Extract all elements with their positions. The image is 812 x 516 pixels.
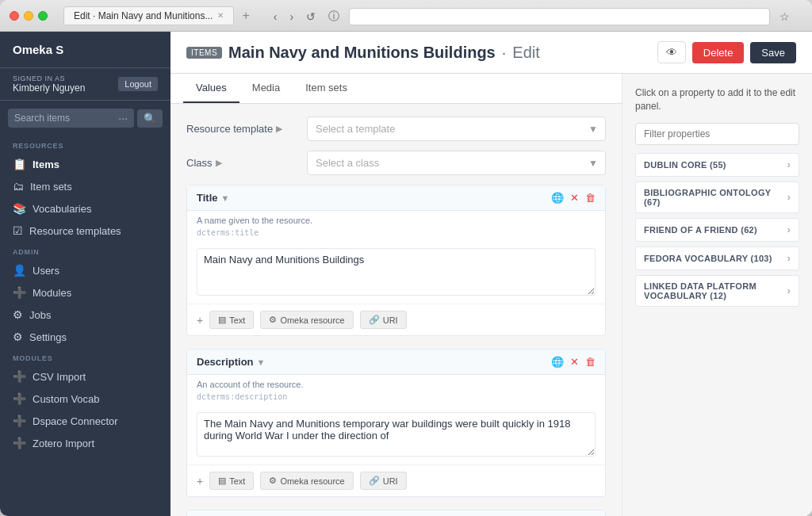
signed-in-section: SIGNED IN AS Kimberly Nguyen Logout	[0, 68, 170, 101]
csv-icon: ➕	[13, 370, 26, 383]
minimize-button[interactable]	[24, 11, 33, 21]
refresh-button[interactable]: ↺	[303, 9, 319, 25]
description-textarea[interactable]	[197, 412, 596, 457]
description-property-name: Description ▼	[197, 356, 265, 368]
sidebar-item-items[interactable]: 📋 Items	[0, 153, 170, 175]
edit-panel: Values Media Item sets Resource template…	[170, 74, 622, 516]
page-title: Main Navy and Munitions Buildings	[228, 44, 496, 62]
title-add-plus-icon[interactable]: +	[197, 314, 203, 327]
back-button[interactable]: ‹	[270, 9, 281, 25]
ontology-expand-icon: ›	[787, 253, 791, 264]
tab-item-sets[interactable]: Item sets	[293, 74, 360, 103]
save-button[interactable]: Save	[750, 42, 796, 63]
sidebar-item-settings[interactable]: ⚙ Settings	[0, 326, 170, 348]
resource-template-row: Resource template ▶ Select a template ▼	[186, 117, 606, 141]
tab-close-icon[interactable]: ✕	[217, 11, 224, 20]
close-button[interactable]	[10, 11, 19, 21]
resource-template-label: Resource template ▶	[186, 123, 297, 135]
ontology-item[interactable]: DUBLIN CORE (55)›	[635, 153, 799, 177]
new-tab-button[interactable]: +	[237, 9, 254, 23]
ontology-list: DUBLIN CORE (55)›BIBLIOGRAPHIC ONTOLOGY …	[635, 153, 799, 307]
ontology-label: DUBLIN CORE (55)	[644, 160, 726, 170]
ontology-item[interactable]: LINKED DATA PLATFORM VOCABULARY (12)›	[635, 275, 799, 307]
description-add-omeka-button[interactable]: ⚙ Omeka resource	[260, 472, 353, 490]
title-add-text-button[interactable]: ▤ Text	[209, 311, 254, 329]
description-remove-icon[interactable]: ✕	[570, 356, 579, 368]
sidebar-zotero-label: Zotero Import	[33, 438, 94, 449]
title-textarea[interactable]	[197, 248, 596, 296]
ontology-item[interactable]: FRIEND OF A FRIEND (62)›	[635, 218, 799, 242]
items-icon: 📋	[13, 158, 26, 170]
class-select-wrap: Select a class ▼	[307, 151, 606, 175]
description-input-area	[187, 407, 605, 464]
title-property-header: Title ▼ 🌐 ✕ 🗑	[187, 185, 605, 211]
sidebar-item-resource-templates[interactable]: ☑ Resource templates	[0, 220, 170, 242]
right-panel-hint: Click on a property to add it to the edi…	[635, 86, 799, 113]
sidebar-item-modules[interactable]: ➕ Modules	[0, 281, 170, 304]
delete-button[interactable]: Delete	[692, 42, 745, 63]
browser-tab[interactable]: Edit · Main Navy and Munitions... ✕	[63, 6, 234, 25]
search-button[interactable]: 🔍	[137, 109, 163, 128]
description-add-uri-button[interactable]: 🔗 URI	[360, 472, 407, 490]
description-add-text-button[interactable]: ▤ Text	[209, 472, 254, 490]
maximize-button[interactable]	[38, 11, 48, 21]
forward-button[interactable]: ›	[286, 9, 297, 25]
resources-section-label: RESOURCES	[0, 136, 170, 153]
sidebar-item-dspace[interactable]: ➕ Dspace Connector	[0, 410, 170, 432]
main-content: ITEMS Main Navy and Munitions Buildings …	[170, 32, 812, 516]
class-select[interactable]: Select a class	[307, 151, 606, 175]
description-input-row	[197, 412, 596, 457]
ontology-item[interactable]: FEDORA VOCABULARY (103)›	[635, 247, 799, 270]
description-delete-icon[interactable]: 🗑	[585, 356, 596, 368]
address-bar[interactable]	[349, 8, 770, 25]
info-button[interactable]: ⓘ	[325, 8, 343, 25]
sidebar-item-vocabularies[interactable]: 📚 Vocabularies	[0, 197, 170, 220]
sidebar-item-sets-label: Item sets	[30, 181, 72, 193]
title-property-description: A name given to the resource.	[187, 211, 605, 228]
resource-template-select-wrap: Select a template ▼	[307, 117, 606, 141]
title-delete-icon[interactable]: 🗑	[585, 192, 596, 204]
search-input-wrap: ···	[8, 109, 134, 128]
ontology-item[interactable]: BIBLIOGRAPHIC ONTOLOGY (67)›	[635, 182, 799, 213]
tab-values[interactable]: Values	[183, 74, 239, 103]
content-body: Values Media Item sets Resource template…	[170, 74, 812, 516]
sidebar-item-jobs[interactable]: ⚙ Jobs	[0, 304, 170, 326]
title-remove-icon[interactable]: ✕	[570, 192, 579, 204]
title-add-uri-button[interactable]: 🔗 URI	[360, 311, 407, 329]
sidebar-settings-label: Settings	[29, 331, 67, 343]
bookmark-button[interactable]: ☆	[776, 9, 793, 25]
tab-media[interactable]: Media	[239, 74, 293, 103]
filter-properties-input[interactable]	[635, 123, 799, 145]
title-uri-icon: 🔗	[369, 315, 380, 325]
sidebar-item-item-sets[interactable]: 🗂 Item sets	[0, 175, 170, 197]
title-property-section: Title ▼ 🌐 ✕ 🗑 A name given to the resour…	[186, 185, 606, 336]
resource-template-select[interactable]: Select a template	[307, 117, 606, 141]
settings-icon: ⚙	[13, 331, 23, 343]
description-add-plus-icon[interactable]: +	[197, 475, 203, 487]
ontology-expand-icon: ›	[787, 224, 791, 235]
title-lang-icon[interactable]: 🌐	[551, 192, 564, 204]
sidebar-csv-label: CSV Import	[33, 371, 86, 383]
description-lang-icon[interactable]: 🌐	[551, 356, 564, 368]
title-add-omeka-button[interactable]: ⚙ Omeka resource	[260, 311, 353, 329]
sidebar-jobs-label: Jobs	[29, 309, 51, 321]
sidebar-item-csv-import[interactable]: ➕ CSV Import	[0, 365, 170, 388]
separator: ·	[502, 44, 507, 62]
sidebar-item-custom-vocab[interactable]: ➕ Custom Vocab	[0, 388, 170, 410]
sidebar-item-zotero[interactable]: ➕ Zotero Import	[0, 432, 170, 454]
search-options-icon[interactable]: ···	[118, 112, 128, 124]
preview-button[interactable]: 👁	[657, 41, 686, 63]
date-property-section: Date ▼ 🌐 ✕ 🗑 A point or period of time a…	[186, 510, 606, 516]
jobs-icon: ⚙	[13, 308, 23, 321]
sidebar-item-users[interactable]: 👤 Users	[0, 259, 170, 281]
ontology-expand-icon: ›	[787, 159, 791, 170]
search-input[interactable]	[14, 113, 115, 124]
app-layout: Omeka S SIGNED IN AS Kimberly Nguyen Log…	[0, 32, 812, 516]
titlebar: Edit · Main Navy and Munitions... ✕ + ‹ …	[0, 0, 812, 32]
logout-button[interactable]: Logout	[118, 77, 158, 91]
title-input-row	[197, 248, 596, 296]
modules-section-label: MODULES	[0, 348, 170, 365]
title-add-value-row: + ▤ Text ⚙ Omeka resource	[187, 304, 605, 335]
signed-in-label: SIGNED IN AS	[13, 75, 85, 82]
signed-in-user: Kimberly Nguyen	[13, 82, 85, 94]
